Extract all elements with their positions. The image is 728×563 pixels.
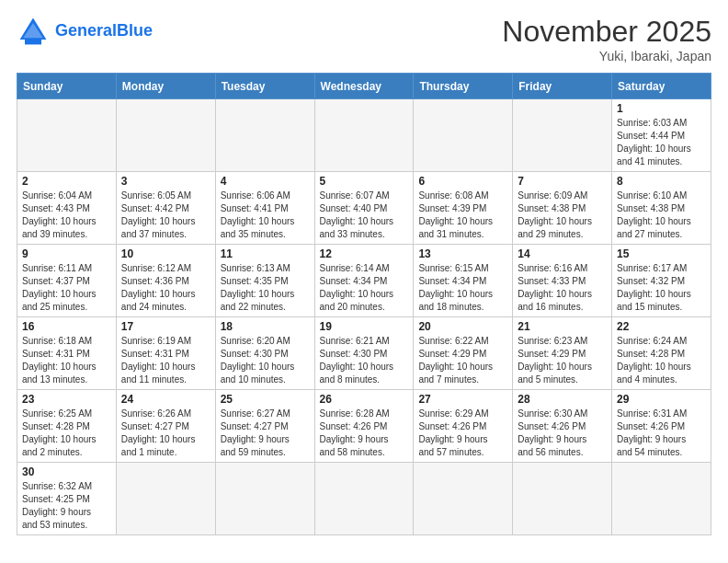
day-cell: 6Sunrise: 6:08 AM Sunset: 4:39 PM Daylig… (414, 172, 513, 245)
day-number: 18 (221, 320, 310, 333)
day-info: Sunrise: 6:12 AM Sunset: 4:36 PM Dayligh… (121, 262, 210, 314)
day-info: Sunrise: 6:03 AM Sunset: 4:44 PM Dayligh… (617, 117, 706, 168)
day-number: 13 (418, 247, 507, 260)
week-row-3: 9Sunrise: 6:11 AM Sunset: 4:37 PM Daylig… (17, 245, 711, 317)
day-info: Sunrise: 6:30 AM Sunset: 4:26 PM Dayligh… (518, 408, 607, 459)
day-cell: 17Sunrise: 6:19 AM Sunset: 4:31 PM Dayli… (116, 317, 215, 390)
day-info: Sunrise: 6:23 AM Sunset: 4:29 PM Dayligh… (518, 335, 607, 386)
day-number: 8 (617, 175, 706, 188)
calendar: SundayMondayTuesdayWednesdayThursdayFrid… (17, 73, 711, 535)
day-cell: 12Sunrise: 6:14 AM Sunset: 4:34 PM Dayli… (314, 245, 414, 317)
day-cell: 16Sunrise: 6:18 AM Sunset: 4:31 PM Dayli… (17, 317, 117, 390)
day-cell: 3Sunrise: 6:05 AM Sunset: 4:42 PM Daylig… (116, 172, 215, 245)
day-info: Sunrise: 6:14 AM Sunset: 4:34 PM Dayligh… (320, 262, 409, 314)
day-cell: 10Sunrise: 6:12 AM Sunset: 4:36 PM Dayli… (116, 245, 215, 317)
day-info: Sunrise: 6:08 AM Sunset: 4:39 PM Dayligh… (418, 190, 507, 241)
day-number: 3 (121, 175, 210, 188)
day-number: 1 (617, 102, 706, 115)
day-info: Sunrise: 6:19 AM Sunset: 4:31 PM Dayligh… (121, 335, 210, 386)
day-number: 28 (518, 393, 607, 406)
day-info: Sunrise: 6:18 AM Sunset: 4:31 PM Dayligh… (22, 335, 111, 386)
day-number: 27 (418, 393, 507, 406)
day-cell: 18Sunrise: 6:20 AM Sunset: 4:30 PM Dayli… (215, 317, 314, 390)
logo: GeneralBlue (17, 15, 153, 48)
day-number: 5 (320, 175, 409, 188)
day-info: Sunrise: 6:13 AM Sunset: 4:35 PM Dayligh… (221, 262, 310, 314)
day-info: Sunrise: 6:28 AM Sunset: 4:26 PM Dayligh… (320, 408, 409, 459)
week-row-6: 30Sunrise: 6:32 AM Sunset: 4:25 PM Dayli… (17, 463, 711, 535)
day-cell: 8Sunrise: 6:10 AM Sunset: 4:38 PM Daylig… (612, 172, 711, 245)
logo-icon (17, 15, 50, 48)
weekday-header-row: SundayMondayTuesdayWednesdayThursdayFrid… (17, 74, 711, 99)
day-info: Sunrise: 6:22 AM Sunset: 4:29 PM Dayligh… (418, 335, 507, 386)
logo-blue: Blue (117, 21, 153, 40)
day-cell: 9Sunrise: 6:11 AM Sunset: 4:37 PM Daylig… (17, 245, 117, 317)
day-cell (215, 463, 314, 535)
weekday-saturday: Saturday (612, 74, 711, 99)
day-cell: 24Sunrise: 6:26 AM Sunset: 4:27 PM Dayli… (116, 390, 215, 463)
week-row-1: 1Sunrise: 6:03 AM Sunset: 4:44 PM Daylig… (17, 99, 711, 172)
day-number: 2 (22, 175, 111, 188)
weekday-wednesday: Wednesday (314, 74, 414, 99)
day-info: Sunrise: 6:29 AM Sunset: 4:26 PM Dayligh… (418, 408, 507, 459)
day-cell: 27Sunrise: 6:29 AM Sunset: 4:26 PM Dayli… (414, 390, 513, 463)
day-info: Sunrise: 6:31 AM Sunset: 4:26 PM Dayligh… (617, 408, 706, 459)
day-cell: 1Sunrise: 6:03 AM Sunset: 4:44 PM Daylig… (612, 99, 711, 172)
day-cell: 30Sunrise: 6:32 AM Sunset: 4:25 PM Dayli… (17, 463, 117, 535)
day-number: 6 (418, 175, 507, 188)
day-info: Sunrise: 6:05 AM Sunset: 4:42 PM Dayligh… (121, 190, 210, 241)
weekday-thursday: Thursday (414, 74, 513, 99)
location-subtitle: Yuki, Ibaraki, Japan (502, 49, 711, 63)
day-cell: 22Sunrise: 6:24 AM Sunset: 4:28 PM Dayli… (612, 317, 711, 390)
day-cell: 25Sunrise: 6:27 AM Sunset: 4:27 PM Dayli… (215, 390, 314, 463)
day-number: 9 (22, 247, 111, 260)
day-cell: 4Sunrise: 6:06 AM Sunset: 4:41 PM Daylig… (215, 172, 314, 245)
day-number: 7 (518, 175, 607, 188)
day-number: 11 (221, 247, 310, 260)
day-number: 23 (22, 393, 111, 406)
day-cell (612, 463, 711, 535)
day-number: 14 (518, 247, 607, 260)
weekday-monday: Monday (116, 74, 215, 99)
day-info: Sunrise: 6:16 AM Sunset: 4:33 PM Dayligh… (518, 262, 607, 314)
day-cell (513, 99, 612, 172)
day-number: 20 (418, 320, 507, 333)
day-info: Sunrise: 6:11 AM Sunset: 4:37 PM Dayligh… (22, 262, 111, 314)
day-number: 12 (320, 247, 409, 260)
month-title: November 2025 (502, 15, 711, 49)
day-info: Sunrise: 6:27 AM Sunset: 4:27 PM Dayligh… (221, 408, 310, 459)
day-cell (314, 463, 414, 535)
day-cell (414, 99, 513, 172)
day-cell (215, 99, 314, 172)
day-cell (314, 99, 414, 172)
day-number: 10 (121, 247, 210, 260)
day-number: 26 (320, 393, 409, 406)
day-cell: 5Sunrise: 6:07 AM Sunset: 4:40 PM Daylig… (314, 172, 414, 245)
day-cell: 19Sunrise: 6:21 AM Sunset: 4:30 PM Dayli… (314, 317, 414, 390)
day-number: 24 (121, 393, 210, 406)
day-cell: 11Sunrise: 6:13 AM Sunset: 4:35 PM Dayli… (215, 245, 314, 317)
day-info: Sunrise: 6:32 AM Sunset: 4:25 PM Dayligh… (22, 480, 111, 532)
day-cell (414, 463, 513, 535)
day-cell: 7Sunrise: 6:09 AM Sunset: 4:38 PM Daylig… (513, 172, 612, 245)
day-info: Sunrise: 6:24 AM Sunset: 4:28 PM Dayligh… (617, 335, 706, 386)
day-info: Sunrise: 6:26 AM Sunset: 4:27 PM Dayligh… (121, 408, 210, 459)
title-block: November 2025 Yuki, Ibaraki, Japan (502, 15, 711, 63)
day-number: 4 (221, 175, 310, 188)
day-number: 21 (518, 320, 607, 333)
logo-general: General (55, 21, 117, 40)
week-row-2: 2Sunrise: 6:04 AM Sunset: 4:43 PM Daylig… (17, 172, 711, 245)
day-number: 15 (617, 247, 706, 260)
day-number: 19 (320, 320, 409, 333)
day-info: Sunrise: 6:17 AM Sunset: 4:32 PM Dayligh… (617, 262, 706, 314)
weekday-sunday: Sunday (17, 74, 117, 99)
week-row-4: 16Sunrise: 6:18 AM Sunset: 4:31 PM Dayli… (17, 317, 711, 390)
weekday-tuesday: Tuesday (215, 74, 314, 99)
logo-text: GeneralBlue (55, 22, 153, 40)
day-cell: 15Sunrise: 6:17 AM Sunset: 4:32 PM Dayli… (612, 245, 711, 317)
weekday-friday: Friday (513, 74, 612, 99)
day-cell: 2Sunrise: 6:04 AM Sunset: 4:43 PM Daylig… (17, 172, 117, 245)
day-number: 16 (22, 320, 111, 333)
day-cell: 13Sunrise: 6:15 AM Sunset: 4:34 PM Dayli… (414, 245, 513, 317)
day-info: Sunrise: 6:25 AM Sunset: 4:28 PM Dayligh… (22, 408, 111, 459)
